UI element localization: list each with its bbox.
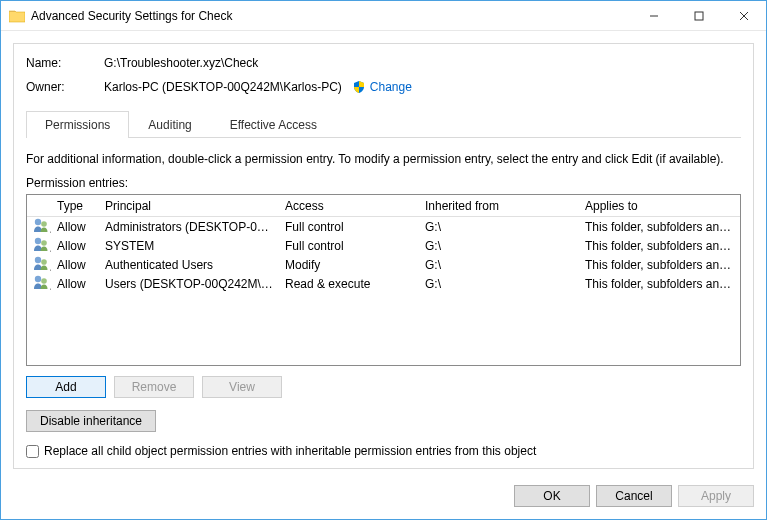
col-access[interactable]: Access [279,196,419,216]
cell-type: Allow [51,217,99,237]
apply-button: Apply [678,485,754,507]
owner-value: Karlos-PC (DESKTOP-00Q242M\Karlos-PC) [104,80,342,94]
ok-button[interactable]: OK [514,485,590,507]
add-button[interactable]: Add [26,376,106,398]
cell-access: Full control [279,217,419,237]
permission-row[interactable]: AllowAuthenticated UsersModifyG:\This fo… [27,255,740,274]
svg-point-8 [35,257,41,263]
owner-label: Owner: [26,80,104,94]
cell-type: Allow [51,236,99,256]
shield-icon [352,80,366,94]
cell-inherited: G:\ [419,255,579,275]
col-principal[interactable]: Principal [99,196,279,216]
close-button[interactable] [721,1,766,30]
cell-inherited: G:\ [419,274,579,294]
col-inherited[interactable]: Inherited from [419,196,579,216]
remove-button: Remove [114,376,194,398]
entries-label: Permission entries: [26,176,741,190]
svg-point-4 [35,219,41,225]
permission-row[interactable]: AllowUsers (DESKTOP-00Q242M\Us...Read & … [27,274,740,293]
cell-principal: Administrators (DESKTOP-00... [99,217,279,237]
dialog-footer: OK Cancel Apply [1,475,766,519]
tab-strip: Permissions Auditing Effective Access [26,110,741,138]
replace-child-checkbox[interactable] [26,445,39,458]
list-header: Type Principal Access Inherited from App… [27,195,740,217]
cell-type: Allow [51,255,99,275]
titlebar: Advanced Security Settings for Check [1,1,766,31]
cell-access: Full control [279,236,419,256]
svg-point-7 [41,240,47,246]
cell-applies: This folder, subfolders and files [579,217,740,237]
window-title: Advanced Security Settings for Check [31,9,631,23]
instruction-text: For additional information, double-click… [26,152,741,166]
tab-permissions[interactable]: Permissions [26,111,129,138]
svg-point-9 [41,259,47,265]
minimize-button[interactable] [631,1,676,30]
col-applies[interactable]: Applies to [579,196,740,216]
cell-type: Allow [51,274,99,294]
cell-principal: Authenticated Users [99,255,279,275]
cancel-button[interactable]: Cancel [596,485,672,507]
cell-principal: Users (DESKTOP-00Q242M\Us... [99,274,279,294]
col-type[interactable]: Type [51,196,99,216]
cell-applies: This folder, subfolders and files [579,236,740,256]
cell-applies: This folder, subfolders and files [579,274,740,294]
cell-principal: SYSTEM [99,236,279,256]
svg-point-11 [41,278,47,284]
folder-icon [9,9,25,23]
permission-row[interactable]: AllowSYSTEMFull controlG:\This folder, s… [27,236,740,255]
svg-point-10 [35,276,41,282]
change-owner-link[interactable]: Change [370,80,412,94]
disable-inheritance-button[interactable]: Disable inheritance [26,410,156,432]
view-button: View [202,376,282,398]
cell-access: Modify [279,255,419,275]
name-label: Name: [26,56,104,70]
cell-access: Read & execute [279,274,419,294]
users-icon [27,271,51,296]
replace-child-label: Replace all child object permission entr… [44,444,536,458]
svg-rect-1 [695,12,703,20]
permission-row[interactable]: AllowAdministrators (DESKTOP-00...Full c… [27,217,740,236]
svg-point-6 [35,238,41,244]
permission-listbox[interactable]: Type Principal Access Inherited from App… [26,194,741,366]
maximize-button[interactable] [676,1,721,30]
main-panel: Name: G:\Troubleshooter.xyz\Check Owner:… [13,43,754,469]
name-value: G:\Troubleshooter.xyz\Check [104,56,258,70]
tab-auditing[interactable]: Auditing [129,111,210,138]
cell-inherited: G:\ [419,217,579,237]
tab-effective-access[interactable]: Effective Access [211,111,336,138]
cell-applies: This folder, subfolders and files [579,255,740,275]
svg-point-5 [41,221,47,227]
cell-inherited: G:\ [419,236,579,256]
